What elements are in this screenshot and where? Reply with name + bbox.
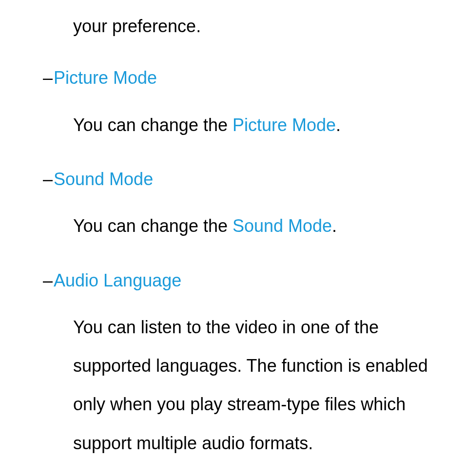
bullet-dash: –: [29, 264, 54, 297]
desc-text-pre: You can change the: [73, 216, 232, 236]
option-item-picture-mode: – Picture Mode You can change the Pictur…: [29, 61, 436, 144]
description: You can change the Sound Mode.: [29, 207, 436, 245]
bullet-dash: –: [29, 61, 54, 95]
bullet-dash: –: [29, 163, 54, 196]
desc-text-post: .: [332, 216, 337, 236]
desc-text-pre: You can listen to the video in one of th…: [73, 317, 428, 453]
heading-audio-language[interactable]: Audio Language: [54, 264, 181, 297]
trailing-fragment: your preference.: [29, 10, 436, 43]
heading-row: – Audio Language: [29, 264, 436, 297]
description: You can change the Picture Mode.: [29, 106, 436, 144]
desc-text-post: .: [336, 115, 341, 135]
heading-picture-mode[interactable]: Picture Mode: [54, 61, 157, 95]
option-item-audio-language: – Audio Language You can listen to the v…: [29, 264, 436, 462]
option-item-sound-mode: – Sound Mode You can change the Sound Mo…: [29, 163, 436, 246]
heading-sound-mode[interactable]: Sound Mode: [54, 163, 153, 196]
desc-text-pre: You can change the: [73, 115, 232, 135]
description: You can listen to the video in one of th…: [29, 308, 436, 462]
inline-link-sound-mode[interactable]: Sound Mode: [232, 216, 332, 236]
heading-row: – Picture Mode: [29, 61, 436, 95]
inline-link-picture-mode[interactable]: Picture Mode: [232, 115, 336, 135]
heading-row: – Sound Mode: [29, 163, 436, 196]
